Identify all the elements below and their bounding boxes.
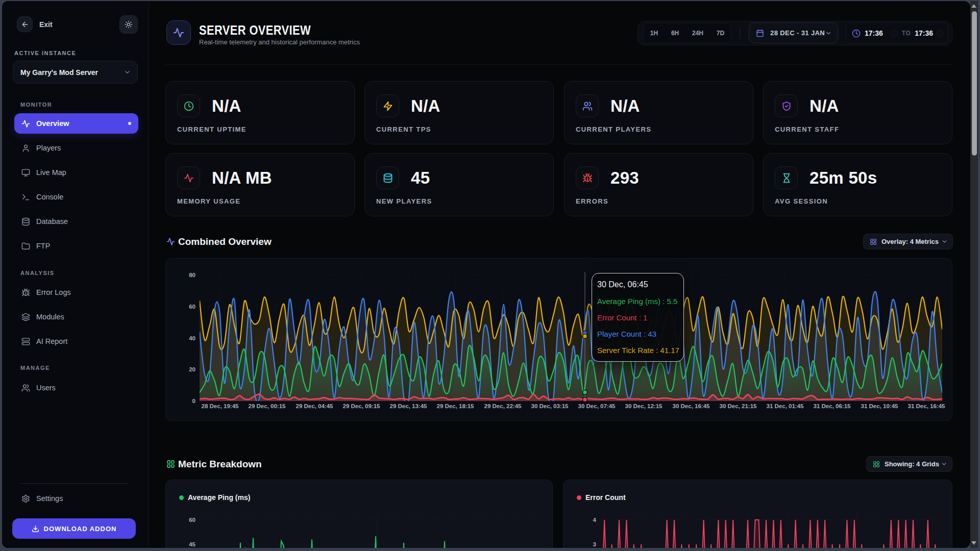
svg-text:30 Dec, 07:45: 30 Dec, 07:45	[578, 403, 616, 409]
svg-text:29 Dec, 22:45: 29 Dec, 22:45	[484, 403, 522, 409]
svg-text:28 Dec, 19:45: 28 Dec, 19:45	[202, 403, 239, 409]
svg-text:30 Dec, 12:15: 30 Dec, 12:15	[625, 403, 663, 409]
svg-text:30 Dec, 03:15: 30 Dec, 03:15	[531, 403, 569, 409]
svg-text:40: 40	[189, 335, 195, 341]
svg-text:29 Dec, 13:45: 29 Dec, 13:45	[390, 403, 427, 409]
svg-text:31 Dec, 16:45: 31 Dec, 16:45	[908, 403, 945, 409]
svg-text:30 Dec, 16:45: 30 Dec, 16:45	[673, 403, 710, 409]
svg-text:60: 60	[189, 517, 195, 523]
svg-text:0: 0	[192, 398, 195, 404]
svg-text:31 Dec, 10:45: 31 Dec, 10:45	[861, 403, 898, 409]
svg-text:29 Dec, 00:15: 29 Dec, 00:15	[249, 403, 286, 409]
svg-text:20: 20	[189, 366, 195, 372]
svg-text:31 Dec, 01:45: 31 Dec, 01:45	[767, 403, 804, 409]
svg-text:31 Dec, 06:15: 31 Dec, 06:15	[814, 403, 851, 409]
svg-text:80: 80	[189, 272, 195, 278]
svg-text:3: 3	[593, 541, 596, 547]
svg-text:29 Dec, 09:15: 29 Dec, 09:15	[343, 403, 380, 409]
svg-text:29 Dec, 04:45: 29 Dec, 04:45	[296, 403, 333, 409]
svg-text:29 Dec, 18:15: 29 Dec, 18:15	[437, 403, 474, 409]
svg-text:60: 60	[189, 304, 195, 310]
svg-text:45: 45	[189, 541, 195, 547]
svg-text:30 Dec, 21:15: 30 Dec, 21:15	[720, 403, 757, 409]
svg-text:4: 4	[593, 517, 597, 523]
